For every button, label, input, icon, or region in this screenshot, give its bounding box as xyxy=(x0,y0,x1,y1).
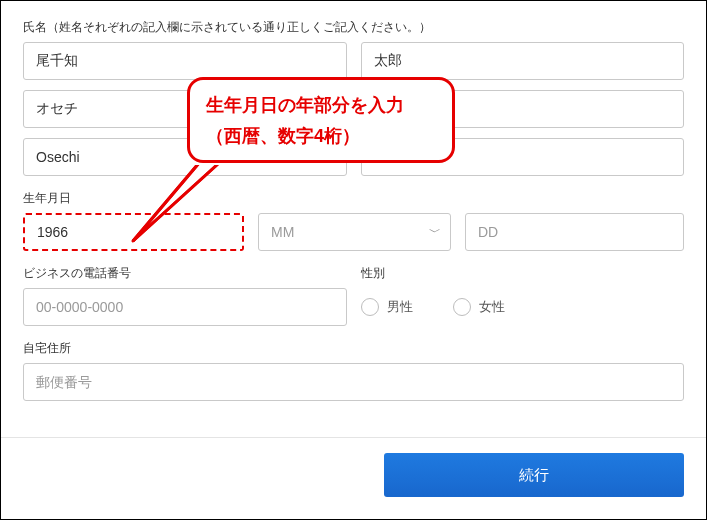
name-section-label: 氏名（姓名それぞれの記入欄に示されている通り正しくご記入ください。） xyxy=(23,19,684,36)
submit-button[interactable]: 続行 xyxy=(384,453,684,497)
callout-line2: （西暦、数字4桁） xyxy=(206,121,444,152)
dob-year-input[interactable] xyxy=(23,213,244,251)
gender-female-label: 女性 xyxy=(479,298,505,316)
gender-female-radio[interactable]: 女性 xyxy=(453,298,505,316)
phone-input[interactable] xyxy=(23,288,347,326)
first-name-input[interactable] xyxy=(361,42,685,80)
radio-circle-icon xyxy=(361,298,379,316)
last-name-input[interactable] xyxy=(23,42,347,80)
annotation-callout: 生年月日の年部分を入力 （西暦、数字4桁） xyxy=(187,77,455,163)
gender-section-label: 性別 xyxy=(361,265,685,282)
dob-section-label: 生年月日 xyxy=(23,190,684,207)
dob-day-input[interactable] xyxy=(465,213,684,251)
postal-code-input[interactable] xyxy=(23,363,684,401)
footer-bar: 続行 xyxy=(1,437,706,519)
phone-section-label: ビジネスの電話番号 xyxy=(23,265,347,282)
gender-male-label: 男性 xyxy=(387,298,413,316)
gender-male-radio[interactable]: 男性 xyxy=(361,298,413,316)
dob-month-select[interactable] xyxy=(258,213,451,251)
address-section-label: 自宅住所 xyxy=(23,340,684,357)
radio-circle-icon xyxy=(453,298,471,316)
callout-line1: 生年月日の年部分を入力 xyxy=(206,90,444,121)
